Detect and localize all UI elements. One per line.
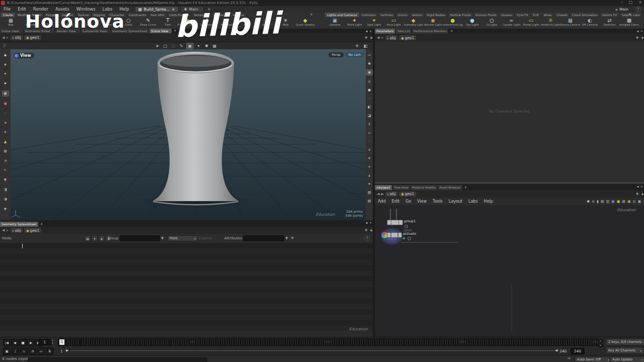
shelf-tab[interactable]: Particles — [378, 13, 395, 17]
viewport-tool-icon[interactable]: ● — [3, 101, 9, 106]
playback-option-icon[interactable]: ♪ — [12, 347, 19, 355]
back-icon[interactable]: ◀ — [2, 228, 5, 232]
spinner-icon[interactable]: ▴ — [598, 339, 603, 342]
pane-menu-icon[interactable]: ▪ — [366, 29, 368, 33]
node-bypass-ring[interactable] — [405, 225, 408, 228]
shelf-tab[interactable]: Rigid Bodies — [425, 13, 448, 17]
shelf-tab[interactable]: Particle Fluids — [448, 13, 473, 17]
pane-tab[interactable]: Render View — [55, 29, 81, 33]
shelf-tool[interactable]: ● Sphere — [21, 18, 40, 29]
shelf-tool[interactable]: T Font — [158, 18, 178, 29]
network-toolbar-icon[interactable]: ▥ — [606, 200, 609, 204]
network-toolbar-icon[interactable]: ▤ — [601, 200, 604, 204]
path-chip-obj[interactable]: ▸ obj — [11, 228, 23, 233]
shelf-tool[interactable]: ● Environment Light — [443, 18, 462, 29]
menu-item[interactable]: File — [0, 6, 14, 13]
transport-button[interactable]: ▶ — [27, 339, 35, 346]
range-slider-right-handle[interactable]: ◀ — [555, 348, 557, 352]
select-tool-icon[interactable]: ▾ — [195, 43, 202, 49]
display-option-icon[interactable]: ▣ — [366, 69, 373, 75]
display-option-icon[interactable]: ◦ — [366, 96, 372, 101]
component-type-dropdown[interactable]: Point — [168, 235, 198, 241]
path-bar-icon[interactable]: ✚ — [365, 36, 368, 40]
spinner-icon[interactable]: ▾ — [52, 342, 53, 344]
update-mode-dropdown[interactable]: Auto Update — [610, 356, 644, 362]
shelf-tool[interactable]: ▦ Stereo Camera — [560, 18, 580, 29]
pane-tab-add[interactable]: + — [449, 29, 455, 34]
minimize-button[interactable]: – — [621, 0, 623, 5]
select-tool-icon[interactable]: ➤ — [154, 43, 160, 49]
pane-tab-add[interactable]: + — [39, 222, 45, 227]
viewport-tool-icon[interactable]: ➤ — [3, 81, 9, 86]
global-start-value[interactable]: 1 — [48, 349, 51, 353]
toolbar-icon[interactable]: ✛ — [354, 43, 360, 49]
shelf-tool[interactable]: ✶ Point Light — [345, 18, 364, 29]
path-bar-icon[interactable]: ✚ — [636, 36, 639, 40]
network-toolbar-icon[interactable]: ▣ — [611, 200, 615, 204]
shelf-tool[interactable]: ○ GI Light — [482, 18, 502, 29]
transport-button[interactable]: ◀ — [11, 339, 19, 346]
display-flag-dot[interactable] — [403, 237, 405, 239]
node-flag-ring[interactable] — [408, 237, 411, 240]
network-menu-item[interactable]: Add — [375, 198, 389, 205]
menu-item[interactable]: Windows — [73, 6, 99, 13]
pane-tab[interactable]: Take List — [395, 29, 412, 34]
shelf-tab[interactable]: FLIP — [531, 13, 541, 17]
component-view-icon[interactable]: ▤ — [85, 235, 91, 241]
playback-option-icon[interactable]: ▣ — [3, 347, 11, 355]
shelf-tool[interactable]: ◆ Geometry Light — [404, 18, 423, 29]
viewport-tool-icon[interactable]: ◑ — [3, 197, 9, 202]
range-slider-left-handle[interactable]: ▶ — [66, 348, 68, 352]
shelf-tool[interactable]: ✳ Web — [276, 18, 295, 29]
shelf-tool[interactable]: ✶ Spot Light — [364, 18, 384, 29]
range-start-value[interactable]: 1 — [60, 349, 63, 353]
shelf-tab[interactable]: Solaris FX — [600, 13, 620, 17]
pane-tab[interactable]: Asset Browser — [438, 185, 463, 190]
network-toolbar-icon[interactable]: ⊙ — [633, 200, 636, 204]
display-option-icon[interactable]: ◎ — [366, 79, 372, 84]
shelf-tool[interactable]: ◆ Platonic Solids — [178, 18, 197, 29]
transport-button[interactable]: |◀ — [3, 339, 11, 346]
range-slider-track[interactable] — [70, 350, 554, 351]
pane-caret-icon[interactable]: ▾ — [370, 221, 371, 224]
projection-pill[interactable]: Persp — [329, 52, 344, 57]
viewport-tool-icon[interactable]: ▣ — [2, 90, 9, 97]
display-option-icon[interactable]: ▾ — [366, 182, 372, 187]
desktop-tab[interactable]: ▦ Build_Sprea... × — [135, 6, 179, 13]
viewport-tool-icon[interactable]: ◦ — [3, 111, 9, 116]
network-canvas[interactable]: group1 point activate Education — [375, 205, 644, 337]
shelf-tab[interactable]: Wires — [541, 13, 554, 17]
pane-menu-icon[interactable]: ▪ — [637, 29, 639, 33]
shelf-tool[interactable]: ▭ Portal Light — [521, 18, 541, 29]
menu-item[interactable]: Assets — [52, 6, 73, 13]
pane-tab[interactable]: Material Palette — [411, 185, 438, 190]
display-option-icon[interactable]: ◧ — [366, 105, 372, 110]
network-menu-item[interactable]: View — [414, 198, 430, 205]
display-option-icon[interactable]: ◉ — [366, 61, 372, 66]
menu-item[interactable]: Help — [116, 6, 132, 13]
radial-menu-selector[interactable]: ◉ Main — [615, 7, 628, 12]
message-log-icon[interactable]: ✉ — [568, 356, 571, 360]
display-option-icon[interactable]: ✦ — [366, 156, 372, 161]
display-option-icon[interactable]: ▭ — [366, 52, 372, 57]
node-group1[interactable] — [387, 220, 403, 225]
viewport-tool-icon[interactable]: ◨ — [3, 187, 9, 192]
network-toolbar-icon[interactable]: ▣ — [617, 200, 620, 204]
path-bar-icon[interactable]: ◈ — [641, 192, 644, 196]
shelf-tool[interactable]: ◉ Metaball — [217, 18, 236, 29]
pin-icon[interactable]: ⚑ — [291, 236, 294, 240]
pane-tab[interactable]: Geometry Spreadsheet — [111, 29, 149, 33]
viewport-tool-icon[interactable]: ✦ — [3, 71, 9, 76]
attributes-input[interactable] — [243, 235, 284, 241]
path-chip-obj[interactable]: ▸ obj — [385, 35, 397, 40]
shelf-tab[interactable]: Cloud Simulation — [570, 13, 600, 17]
network-toolbar-icon[interactable]: ▣ — [627, 200, 631, 204]
viewport-tool-icon[interactable]: ▪ — [3, 120, 9, 125]
toolbar-icon[interactable]: ◧ — [362, 43, 369, 49]
spreadsheet-table[interactable] — [0, 243, 373, 331]
path-chip-geo1[interactable]: ● geo1 — [24, 228, 41, 233]
filter-funnel-icon[interactable]: ▼ — [161, 236, 164, 240]
close-button[interactable]: × — [638, 0, 642, 5]
select-tool-icon[interactable]: ✎ — [178, 43, 185, 49]
shelf-tab[interactable]: Polygon — [44, 13, 60, 17]
